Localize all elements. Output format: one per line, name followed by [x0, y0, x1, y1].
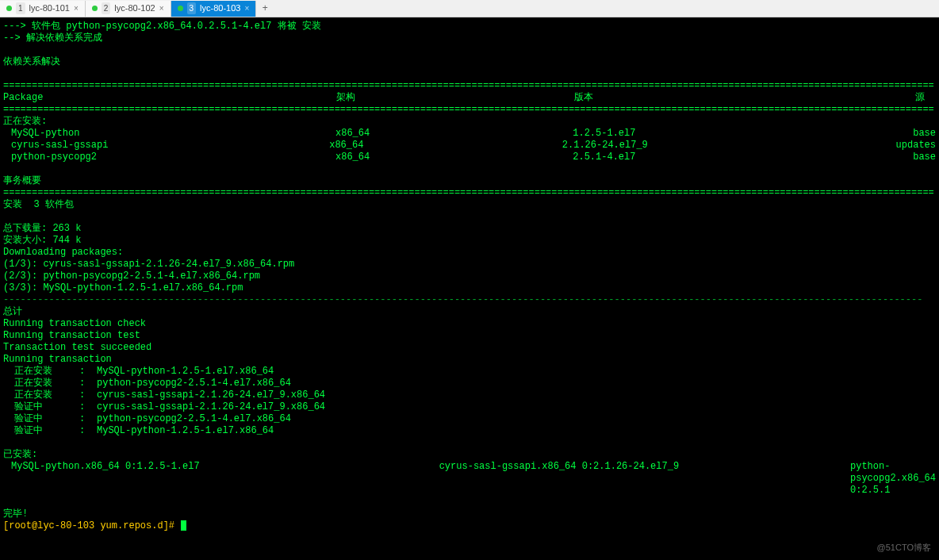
- tab-label: lyc-80-103: [200, 2, 240, 14]
- close-icon[interactable]: ×: [244, 2, 249, 14]
- tab-label: lyc-80-101: [29, 2, 70, 14]
- output-line: 完毕!: [3, 508, 936, 520]
- transaction-step: 正在安装: cyrus-sasl-gssapi-2.1.26-24.el7_9.…: [3, 389, 936, 401]
- separator: ----------------------------------------…: [3, 294, 936, 306]
- tab-2[interactable]: 2 lyc-80-102 ×: [86, 1, 171, 17]
- output-line: 安装大小: 744 k: [3, 235, 936, 247]
- close-icon[interactable]: ×: [74, 2, 79, 14]
- tab-number: 1: [16, 2, 25, 14]
- output-line: Transaction test succeeded: [3, 342, 936, 354]
- tab-number: 3: [187, 2, 197, 14]
- status-dot-icon: [178, 6, 183, 11]
- table-header: Package架构版本源: [3, 92, 936, 104]
- output-line: ---> 软件包 python-psycopg2.x86_64.0.2.5.1-…: [3, 21, 936, 33]
- terminal-output[interactable]: ---> 软件包 python-psycopg2.x86_64.0.2.5.1-…: [0, 17, 939, 532]
- table-row: python-psycopg2x86_642.5.1-4.el7base: [3, 152, 936, 163]
- output-line: 依赖关系解决: [3, 56, 936, 68]
- separator: ========================================…: [3, 187, 936, 199]
- transaction-step: 正在安装: MySQL-python-1.2.5-1.el7.x86_64: [3, 366, 936, 378]
- installed-summary: MySQL-python.x86_64 0:1.2.5-1.el7cyrus-s…: [3, 461, 936, 497]
- new-tab-button[interactable]: +: [256, 2, 274, 14]
- status-dot-icon: [6, 6, 12, 11]
- section-label: 已安装:: [3, 449, 936, 461]
- tab-number: 2: [102, 2, 111, 14]
- output-line: Running transaction test: [3, 330, 936, 342]
- tab-label: lyc-80-102: [114, 2, 155, 14]
- status-dot-icon: [92, 6, 98, 11]
- output-line: (3/3): MySQL-python-1.2.5-1.el7.x86_64.r…: [3, 282, 936, 294]
- cursor-icon: [181, 520, 186, 531]
- output-line: 安装 3 软件包: [3, 199, 936, 211]
- output-line: 总计: [3, 306, 936, 318]
- transaction-step: 验证中: MySQL-python-1.2.5-1.el7.x86_64: [3, 425, 936, 437]
- output-line: --> 解决依赖关系完成: [3, 33, 936, 44]
- table-row: cyrus-sasl-gssapix86_642.1.26-24.el7_9up…: [3, 140, 936, 152]
- shell-prompt[interactable]: [root@lyc-80-103 yum.repos.d]#: [3, 520, 936, 532]
- section-label: 正在安装:: [3, 116, 936, 128]
- section-label: 事务概要: [3, 175, 936, 187]
- transaction-step: 验证中: python-psycopg2-2.5.1-4.el7.x86_64: [3, 413, 936, 425]
- output-line: (2/3): python-psycopg2-2.5.1-4.el7.x86_6…: [3, 270, 936, 282]
- output-line: Running transaction check: [3, 318, 936, 330]
- tab-1[interactable]: 1 lyc-80-101 ×: [0, 1, 86, 17]
- transaction-step: 验证中: cyrus-sasl-gssapi-2.1.26-24.el7_9.x…: [3, 401, 936, 413]
- output-line: 总下载量: 263 k: [3, 223, 936, 235]
- close-icon[interactable]: ×: [159, 2, 164, 14]
- separator: ========================================…: [3, 80, 936, 92]
- tab-bar: 1 lyc-80-101 × 2 lyc-80-102 × 3 lyc-80-1…: [0, 0, 939, 17]
- watermark: @51CTO博客: [877, 542, 931, 554]
- output-line: Running transaction: [3, 354, 936, 366]
- table-row: MySQL-pythonx86_641.2.5-1.el7base: [3, 128, 936, 140]
- tab-3[interactable]: 3 lyc-80-103 ×: [171, 1, 257, 17]
- separator: ========================================…: [3, 104, 936, 116]
- transaction-step: 正在安装: python-psycopg2-2.5.1-4.el7.x86_64: [3, 378, 936, 389]
- output-line: (1/3): cyrus-sasl-gssapi-2.1.26-24.el7_9…: [3, 259, 936, 270]
- output-line: Downloading packages:: [3, 247, 936, 259]
